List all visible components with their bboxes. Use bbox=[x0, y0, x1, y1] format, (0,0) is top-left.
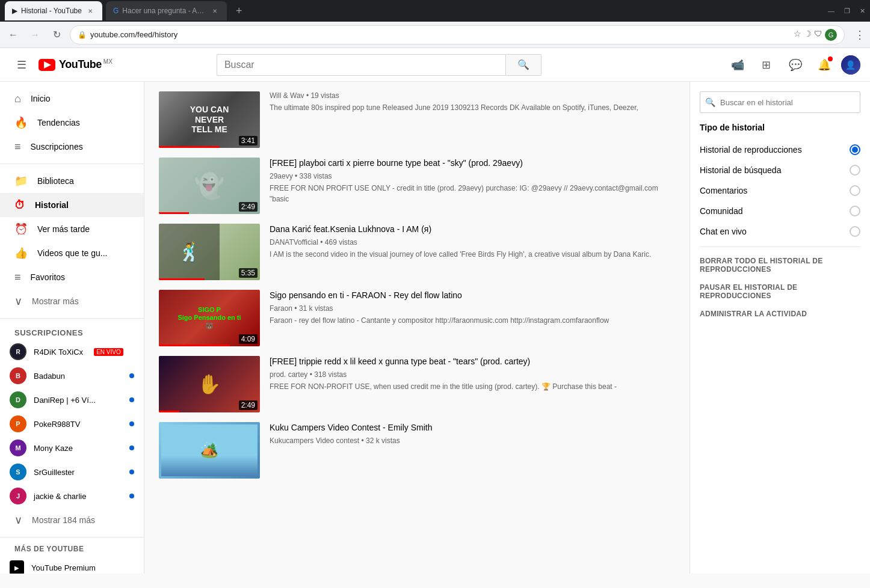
video-thumb-4[interactable]: SIGO PSigo Pensando en ti🐻 4:09 bbox=[159, 290, 260, 346]
sidebar-item-favoritos[interactable]: ≡ Favoritos bbox=[0, 265, 144, 289]
bell-icon[interactable]: 🔔 bbox=[812, 53, 836, 77]
forward-button[interactable]: → bbox=[26, 26, 43, 43]
video-progress-5 bbox=[159, 411, 179, 412]
radio-circle-chat[interactable] bbox=[850, 226, 860, 237]
radio-comentarios[interactable]: Comentarios bbox=[700, 180, 860, 201]
sidebar-label-biblioteca: Biblioteca bbox=[37, 176, 74, 186]
tab-close-1[interactable]: ✕ bbox=[85, 6, 95, 16]
video-title-2[interactable]: [FREE] playboi carti x pierre bourne typ… bbox=[270, 158, 675, 170]
sub-dot-srguillester bbox=[129, 470, 134, 474]
apps-icon[interactable]: ⊞ bbox=[754, 53, 779, 77]
video-title-6[interactable]: Kuku Campers Video Contest - Emily Smith bbox=[270, 422, 675, 434]
yt-premium-icon: ▶ bbox=[10, 560, 24, 574]
new-tab-button[interactable]: + bbox=[230, 2, 247, 19]
action-borrar[interactable]: BORRAR TODO EL HISTORIAL DE REPRODUCCION… bbox=[700, 252, 860, 278]
video-title-3[interactable]: Dana Karić feat.Ksenia Lukhnova - I AM (… bbox=[270, 224, 675, 236]
video-thumb-5[interactable]: ✋ 2:49 bbox=[159, 356, 260, 412]
history-search-input[interactable] bbox=[720, 98, 855, 107]
sidebar-label-ver-mas-tarde: Ver más tarde bbox=[37, 224, 90, 234]
reload-button[interactable]: ↻ bbox=[48, 26, 65, 43]
close-btn[interactable]: ✕ bbox=[860, 7, 865, 15]
sub-item-poker[interactable]: P PokeR988TV bbox=[0, 412, 144, 436]
video-progress-3 bbox=[159, 278, 205, 280]
sidebar-item-liked[interactable]: 👍 Videos que te gu... bbox=[0, 241, 144, 265]
lock-icon: 🔒 bbox=[78, 31, 87, 39]
sidebar-item-suscripciones[interactable]: ≡ Suscripciones bbox=[0, 135, 144, 159]
sub-item-mony[interactable]: M Mony Kaze bbox=[0, 436, 144, 460]
video-thumb-3[interactable]: 🕺 5:35 bbox=[159, 224, 260, 280]
radio-circle-comentarios[interactable] bbox=[850, 185, 860, 196]
sidebar-item-inicio[interactable]: ⌂ Inicio bbox=[0, 87, 144, 111]
history-type-title: Tipo de historial bbox=[700, 123, 860, 132]
create-video-icon[interactable]: 📹 bbox=[726, 53, 750, 77]
messages-icon[interactable]: 💬 bbox=[783, 53, 807, 77]
video-desc-4: Faraon - rey del flow latino - Cantante … bbox=[270, 315, 675, 326]
video-desc-1: The ultimate 80s inspired pop tune Relea… bbox=[270, 102, 675, 113]
maximize-btn[interactable]: ❐ bbox=[844, 7, 850, 15]
sub-label-danirep: DaniRep | +6 Ví... bbox=[34, 396, 96, 405]
sidebar-item-biblioteca[interactable]: 📁 Biblioteca bbox=[0, 169, 144, 193]
radio-circle-busqueda[interactable] bbox=[850, 165, 860, 176]
yt-menu-button[interactable]: ☰ bbox=[10, 53, 34, 77]
action-pausar[interactable]: PAUSAR EL HISTORIAL DE REPRODUCCIONES bbox=[700, 278, 860, 305]
tab-close-2[interactable]: ✕ bbox=[210, 6, 220, 16]
sidebar-item-ver-mas-tarde[interactable]: ⏰ Ver más tarde bbox=[0, 217, 144, 241]
sidebar-divider-2 bbox=[0, 318, 144, 319]
sidebar-item-tendencias[interactable]: 🔥 Tendencias bbox=[0, 111, 144, 135]
radio-busqueda[interactable]: Historial de búsqueda bbox=[700, 160, 860, 180]
star-icon[interactable]: ☆ bbox=[794, 29, 801, 41]
sub-avatar-srguillester: S bbox=[10, 464, 26, 480]
video-thumb-6[interactable]: 🏕️ bbox=[159, 422, 260, 479]
sub-item-jackie[interactable]: J jackie & charlie bbox=[0, 484, 144, 508]
video-meta-6: Kukucampers Video contest • 32 k vistas bbox=[270, 436, 675, 445]
sidebar-item-historial[interactable]: ⏱ Historial bbox=[0, 193, 144, 217]
thumb-image-6: 🏕️ bbox=[159, 422, 260, 479]
radio-circle-comunidad[interactable] bbox=[850, 206, 860, 216]
video-item-4: SIGO PSigo Pensando en ti🐻 4:09 Sigo pen… bbox=[159, 290, 675, 346]
video-title-4[interactable]: Sigo pensando en ti - FARAON - Rey del f… bbox=[270, 290, 675, 302]
sub-item-badabun[interactable]: B Badabun bbox=[0, 364, 144, 388]
minimize-btn[interactable]: — bbox=[828, 7, 835, 15]
video-info-3: Dana Karić feat.Ksenia Lukhnova - I AM (… bbox=[270, 224, 675, 260]
tab-google[interactable]: G Hacer una pregunta - Ayuda de G... ✕ bbox=[106, 1, 227, 20]
video-title-5[interactable]: [FREE] trippie redd x lil keed x gunna t… bbox=[270, 356, 675, 368]
subscriptions-icon: ≡ bbox=[14, 141, 21, 153]
back-button[interactable]: ← bbox=[5, 26, 22, 43]
radio-label-chat: Chat en vivo bbox=[700, 227, 747, 236]
tab-historial[interactable]: ▶ Historial - YouTube ✕ bbox=[5, 1, 102, 20]
sidebar-item-mostrar-mas[interactable]: ∨ Mostrar más bbox=[0, 289, 144, 313]
yt-logo[interactable]: YouTubeMX bbox=[39, 58, 113, 71]
radio-inner-reproducciones bbox=[852, 147, 858, 153]
sidebar-item-yt-premium[interactable]: ▶ YouTube Premium bbox=[0, 556, 144, 574]
browser-chrome: ▶ Historial - YouTube ✕ G Hacer una preg… bbox=[0, 0, 870, 22]
search-input[interactable] bbox=[217, 54, 505, 76]
moon-icon[interactable]: ☽ bbox=[804, 29, 812, 41]
radio-chat[interactable]: Chat en vivo bbox=[700, 221, 860, 242]
tab-favicon-yt: ▶ bbox=[12, 7, 17, 15]
shield-icon[interactable]: 🛡 bbox=[814, 29, 822, 41]
sub-item-r4dik[interactable]: R R4DiK ToXiCx EN VIVO bbox=[0, 340, 144, 364]
radio-comunidad[interactable]: Comunidad bbox=[700, 201, 860, 221]
video-info-5: [FREE] trippie redd x lil keed x gunna t… bbox=[270, 356, 675, 392]
favorites-icon: ≡ bbox=[14, 271, 21, 284]
sidebar-label-liked: Videos que te gu... bbox=[37, 248, 108, 258]
chrome-menu-button[interactable]: ⋮ bbox=[854, 28, 865, 41]
radio-circle-reproducciones[interactable] bbox=[850, 144, 860, 155]
yt-logo-suffix: MX bbox=[103, 58, 113, 65]
action-administrar[interactable]: ADMINISTRAR LA ACTIVIDAD bbox=[700, 305, 860, 323]
chevron-down-icon: ∨ bbox=[14, 295, 22, 308]
sidebar-item-mostrar-subs[interactable]: ∨ Mostrar 184 más bbox=[0, 508, 144, 532]
sub-label-badabun: Badabun bbox=[34, 372, 65, 381]
search-button[interactable]: 🔍 bbox=[505, 54, 541, 76]
video-thumb-1[interactable]: YOU CAN NEVER TELL ME 3:41 bbox=[159, 91, 260, 148]
address-bar[interactable]: 🔒 youtube.com/feed/history ☆ ☽ 🛡 G bbox=[70, 25, 845, 44]
video-thumb-2[interactable]: 👻 2:49 bbox=[159, 158, 260, 214]
sub-item-srguillester[interactable]: S SrGuillester bbox=[0, 460, 144, 484]
profile-icon[interactable]: G bbox=[825, 29, 837, 41]
right-search-bar[interactable]: 🔍 bbox=[700, 91, 860, 113]
sidebar-divider-1 bbox=[0, 164, 144, 164]
sidebar-label-mostrar-mas: Mostrar más bbox=[32, 296, 79, 306]
radio-reproducciones[interactable]: Historial de reproducciones bbox=[700, 139, 860, 160]
user-avatar[interactable]: 👤 bbox=[841, 55, 860, 75]
sub-item-danirep[interactable]: D DaniRep | +6 Ví... bbox=[0, 388, 144, 412]
